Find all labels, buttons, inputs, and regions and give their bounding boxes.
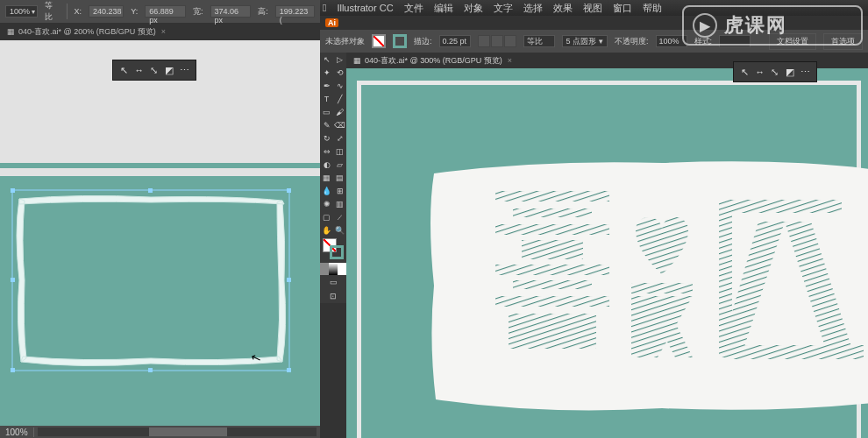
- shape-builder-tool[interactable]: ◐: [320, 158, 333, 171]
- pencil-tool[interactable]: ✎: [320, 118, 333, 131]
- shape-icon[interactable]: ◩: [163, 64, 175, 76]
- scale-tool[interactable]: ⤢: [333, 131, 346, 145]
- type-tool[interactable]: T: [320, 92, 333, 105]
- line-tool[interactable]: ╱: [333, 92, 346, 105]
- svg-rect-1: [11, 188, 15, 193]
- tab-title: 040-喜欢.ai* @ 200% (RGB/GPU 预览): [18, 26, 156, 38]
- align-icon[interactable]: ↔: [754, 66, 766, 78]
- preferences-button[interactable]: 首选项: [823, 33, 863, 50]
- proportion-label: 等比: [45, 0, 60, 23]
- rectangle-tool[interactable]: ▭: [320, 105, 333, 118]
- y-label: Y:: [131, 7, 138, 16]
- left-floating-control-panel[interactable]: ↖ ↔ ⤡ ◩ ⋯: [112, 60, 196, 81]
- apple-menu-icon[interactable]: : [323, 2, 326, 14]
- zoom-readout[interactable]: 100%: [0, 427, 34, 437]
- stroke-swatch[interactable]: [393, 34, 407, 48]
- lasso-tool[interactable]: ⟲: [333, 66, 346, 79]
- svg-rect-19: [631, 283, 693, 293]
- fill-swatch[interactable]: [372, 34, 386, 48]
- color-mode-gradient[interactable]: [329, 263, 338, 275]
- right-floating-control-panel[interactable]: ↖ ↔ ⤡ ◩ ⋯: [733, 61, 817, 82]
- style-dropdown[interactable]: [719, 35, 751, 47]
- app-name[interactable]: Illustrator CC: [337, 3, 393, 13]
- curvature-tool[interactable]: ∿: [333, 79, 346, 92]
- menu-edit[interactable]: 编辑: [434, 2, 453, 15]
- eyedropper-tool[interactable]: 💧: [320, 184, 333, 197]
- color-mode-none[interactable]: [338, 263, 346, 275]
- menu-file[interactable]: 文件: [404, 2, 423, 15]
- column-graph-tool[interactable]: ▥: [333, 197, 346, 210]
- shape-icon[interactable]: ◩: [784, 66, 796, 78]
- left-options-bar: 100% 等比 X: 240.238 Y: 66.889 px 宽: 374.0…: [0, 0, 320, 23]
- menu-view[interactable]: 视图: [583, 2, 602, 15]
- tab-icon: ▦: [353, 56, 361, 65]
- magic-wand-tool[interactable]: ✦: [320, 66, 333, 79]
- stroke-profile-buttons[interactable]: [478, 35, 516, 47]
- close-icon[interactable]: ×: [161, 27, 166, 36]
- menu-help[interactable]: 帮助: [643, 2, 662, 15]
- color-mode-row[interactable]: [320, 263, 346, 275]
- artboard-tool[interactable]: ▢: [320, 210, 333, 223]
- free-transform-tool[interactable]: ◫: [333, 145, 346, 158]
- color-mode-solid[interactable]: [320, 263, 329, 275]
- more-icon[interactable]: ⋯: [178, 64, 190, 76]
- svg-rect-11: [495, 191, 609, 201]
- more-icon[interactable]: ⋯: [799, 66, 811, 78]
- menu-type[interactable]: 文字: [494, 2, 513, 15]
- mesh-tool[interactable]: ▦: [320, 171, 333, 184]
- x-field[interactable]: 240.238: [89, 5, 124, 18]
- zoom-tool[interactable]: 🔍: [333, 223, 346, 237]
- width-field[interactable]: 374.06 px: [210, 5, 252, 18]
- right-document-tab[interactable]: ▦ 040-喜欢.ai* @ 300% (RGB/GPU 预览) ×: [346, 53, 519, 68]
- fill-stroke-swatches[interactable]: [320, 237, 346, 263]
- blend-tool[interactable]: ⊞: [333, 184, 346, 197]
- menu-object[interactable]: 对象: [464, 2, 483, 15]
- align-icon[interactable]: ↔: [133, 64, 146, 76]
- selected-sketch-rectangle[interactable]: [11, 188, 291, 372]
- screen-mode-button[interactable]: ▭: [320, 275, 346, 289]
- perspective-tool[interactable]: ▱: [333, 158, 346, 171]
- transform-icon[interactable]: ⤡: [769, 66, 781, 78]
- svg-rect-16: [513, 280, 592, 289]
- cursor-icon[interactable]: ↖: [739, 66, 751, 78]
- left-canvas[interactable]: [0, 40, 320, 426]
- style-label: 样式:: [694, 36, 713, 47]
- opacity-field[interactable]: 100%: [656, 35, 687, 47]
- toolbox-stroke-swatch[interactable]: [330, 245, 344, 259]
- svg-rect-13: [495, 224, 609, 235]
- svg-rect-4: [11, 278, 15, 282]
- hscroll-thumb[interactable]: [149, 427, 227, 436]
- transform-icon[interactable]: ⤡: [148, 64, 160, 76]
- brush-dropdown[interactable]: 5 点圆形: [562, 35, 608, 47]
- document-setup-button[interactable]: 文档设置: [769, 33, 816, 50]
- width-tool[interactable]: ⇔: [320, 145, 333, 158]
- zoom-dropdown[interactable]: 100%: [5, 5, 38, 18]
- hatched-text-artwork[interactable]: [495, 182, 864, 392]
- rotate-tool[interactable]: ↻: [320, 131, 333, 145]
- hscroll-track[interactable]: [38, 427, 317, 436]
- pen-tool[interactable]: ✒: [320, 79, 333, 92]
- direct-selection-tool[interactable]: ▷: [333, 53, 346, 66]
- selection-tool[interactable]: ↖: [320, 53, 333, 66]
- svg-rect-2: [148, 188, 153, 193]
- cursor-icon[interactable]: ↖: [118, 64, 131, 76]
- gradient-tool[interactable]: ▤: [333, 171, 346, 184]
- symbol-sprayer-tool[interactable]: ✺: [320, 197, 333, 210]
- right-canvas[interactable]: [346, 68, 868, 438]
- eraser-tool[interactable]: ⌫: [333, 118, 346, 131]
- menu-window[interactable]: 窗口: [613, 2, 632, 15]
- stroke-weight-field[interactable]: 0.25 pt: [439, 35, 471, 47]
- height-field[interactable]: 199.223 (: [275, 5, 315, 18]
- left-document-tab[interactable]: ▦ 040-喜欢.ai* @ 200% (RGB/GPU 预览) ×: [0, 23, 320, 40]
- svg-rect-17: [495, 296, 609, 307]
- menu-select[interactable]: 选择: [523, 2, 543, 15]
- y-field[interactable]: 66.889 px: [145, 5, 186, 18]
- uniform-dropdown[interactable]: 等比: [523, 35, 555, 47]
- teal-stripe-bottom: [0, 417, 320, 422]
- paintbrush-tool[interactable]: 🖌: [333, 105, 346, 118]
- slice-tool[interactable]: ⟋: [333, 210, 346, 223]
- hand-tool[interactable]: ✋: [320, 223, 333, 237]
- menu-effect[interactable]: 效果: [553, 2, 573, 15]
- close-icon[interactable]: ×: [508, 56, 512, 65]
- change-screen-mode[interactable]: ⊡: [320, 289, 346, 303]
